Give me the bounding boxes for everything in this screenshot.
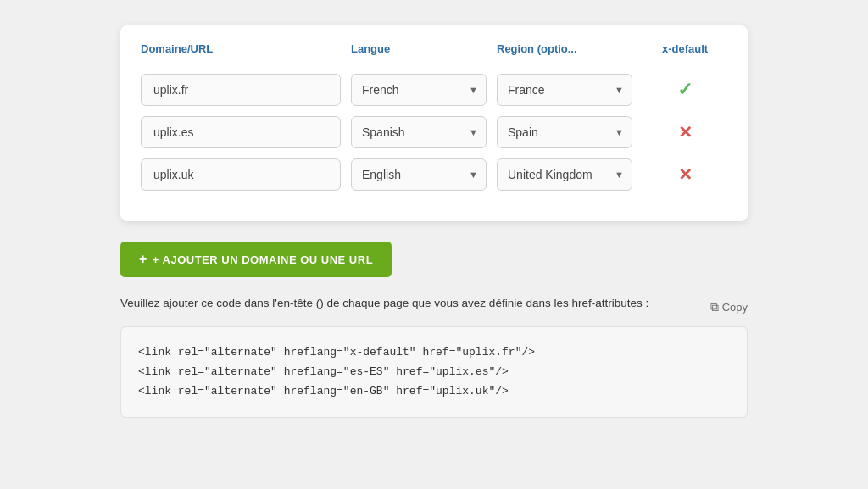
add-button-label: + AJOUTER UN DOMAINE OU UNE URL [153,253,373,266]
code-line-2: <link rel="alternate" hreflang="es-ES" h… [138,362,730,381]
domain-input-2[interactable] [141,116,341,148]
description-section: Veuillez ajouter ce code dans l'en-tête … [120,294,748,313]
region-select-1[interactable]: France Spain United Kingdom Germany Ital… [497,74,632,106]
copy-icon: ⧉ [710,300,719,314]
col-region-header: Region (optio... [497,42,632,55]
table-row: French Spanish English German Italian ▼ … [141,74,727,106]
code-line-1: <link rel="alternate" hreflang="x-defaul… [138,342,730,362]
langue-select-2[interactable]: French Spanish English German Italian [351,116,487,148]
cross-icon-2: ✕ [678,122,693,142]
add-domain-button[interactable]: + + AJOUTER UN DOMAINE OU UNE URL [120,242,392,277]
col-langue-header: Langue [351,42,487,55]
domain-input-3[interactable] [141,158,341,191]
col-xdefault-header: x-default [643,42,727,55]
table-row: French Spanish English German Italian ▼ … [141,158,727,191]
description-text: Veuillez ajouter ce code dans l'en-tête … [120,294,748,313]
main-container: Domaine/URL Langue Region (optio... x-de… [120,17,748,418]
xdefault-cell-3: ✕ [643,164,727,185]
langue-select-1[interactable]: French Spanish English German Italian [351,74,487,106]
table-card: Domaine/URL Langue Region (optio... x-de… [120,25,748,221]
table-row: French Spanish English German Italian ▼ … [141,116,727,148]
langue-select-3[interactable]: French Spanish English German Italian [351,158,487,191]
check-icon-1: ✓ [677,79,693,101]
region-select-wrap-3: France Spain United Kingdom Germany Ital… [497,158,632,191]
xdefault-cell-2: ✕ [643,122,727,142]
region-select-wrap-2: France Spain United Kingdom Germany Ital… [497,116,632,148]
langue-select-wrap-1: French Spanish English German Italian ▼ [351,74,487,106]
plus-icon: + [139,252,147,267]
copy-button[interactable]: ⧉ Copy [710,300,748,314]
code-line-3: <link rel="alternate" hreflang="en-GB" h… [138,381,730,401]
region-select-3[interactable]: France Spain United Kingdom Germany Ital… [497,158,632,191]
langue-select-wrap-2: French Spanish English German Italian ▼ [351,116,487,148]
xdefault-cell-1: ✓ [643,79,727,101]
region-select-2[interactable]: France Spain United Kingdom Germany Ital… [497,116,632,148]
cross-icon-3: ✕ [678,164,693,185]
copy-label: Copy [722,301,748,314]
langue-select-wrap-3: French Spanish English German Italian ▼ [351,158,487,191]
table-header: Domaine/URL Langue Region (optio... x-de… [141,42,727,60]
col-domain-header: Domaine/URL [141,42,341,55]
domain-input-1[interactable] [141,74,341,106]
code-box: <link rel="alternate" hreflang="x-defaul… [120,326,748,418]
region-select-wrap-1: France Spain United Kingdom Germany Ital… [497,74,632,106]
